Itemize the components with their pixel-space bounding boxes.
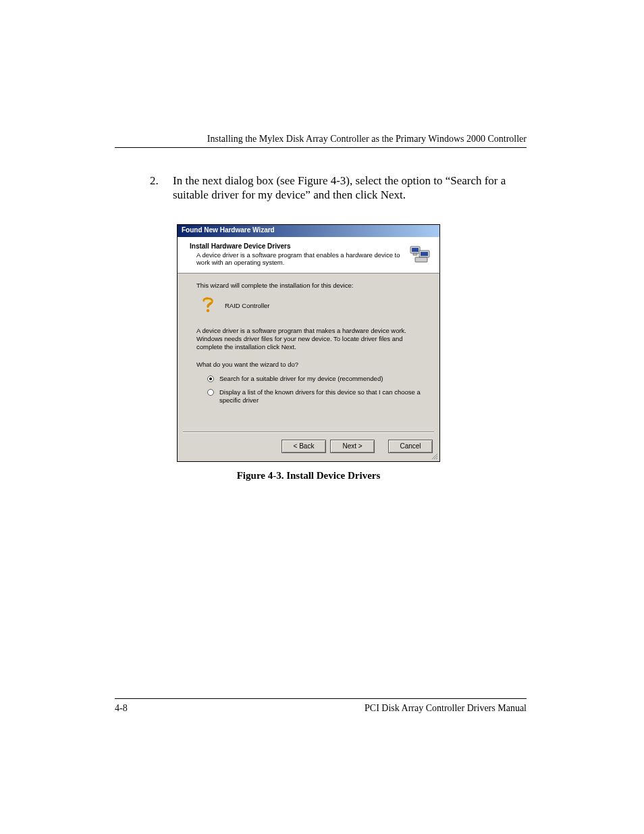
question-mark-icon [200, 296, 215, 315]
page-number: 4-8 [115, 703, 128, 714]
step-2: 2. In the next dialog box (see Figure 4-… [115, 174, 527, 203]
wizard-intro-text: This wizard will complete the installati… [196, 282, 421, 289]
next-button[interactable]: Next > [330, 440, 375, 453]
cancel-button[interactable]: Cancel [388, 440, 433, 453]
wizard-description: A device driver is a software program th… [196, 327, 421, 351]
page-footer: 4-8 PCI Disk Array Controller Drivers Ma… [115, 698, 527, 714]
option-display-label: Display a list of the known drivers for … [219, 388, 421, 405]
option-search-driver[interactable]: Search for a suitable driver for my devi… [207, 375, 421, 383]
step-number: 2. [150, 174, 163, 203]
wizard-header-subtitle: A device driver is a software program th… [190, 251, 403, 267]
radio-selected-icon [207, 375, 214, 382]
found-new-hardware-wizard: Found New Hardware Wizard Install Hardwa… [177, 224, 440, 462]
svg-rect-1 [412, 248, 419, 252]
wizard-titlebar: Found New Hardware Wizard [178, 225, 439, 237]
svg-line-9 [436, 458, 437, 459]
figure-caption: Figure 4-3. Install Device Drivers [177, 470, 440, 481]
svg-rect-4 [421, 252, 428, 256]
svg-rect-5 [415, 257, 427, 262]
manual-title: PCI Disk Array Controller Drivers Manual [365, 703, 527, 714]
resize-grip-icon [430, 452, 438, 460]
running-header: Installing the Mylex Disk Array Controll… [115, 134, 527, 148]
device-name: RAID Controller [225, 302, 270, 309]
radio-unselected-icon [207, 389, 214, 396]
svg-rect-2 [413, 253, 417, 255]
svg-point-6 [207, 309, 209, 312]
wizard-header: Install Hardware Device Drivers A device… [178, 237, 439, 274]
step-text: In the next dialog box (see Figure 4-3),… [173, 174, 527, 203]
back-button[interactable]: < Back [281, 440, 326, 453]
option-search-label: Search for a suitable driver for my devi… [219, 375, 383, 383]
option-display-list[interactable]: Display a list of the known drivers for … [207, 388, 421, 405]
devices-icon [408, 242, 431, 265]
wizard-prompt: What do you want the wizard to do? [196, 361, 421, 368]
wizard-header-title: Install Hardware Device Drivers [190, 242, 403, 250]
